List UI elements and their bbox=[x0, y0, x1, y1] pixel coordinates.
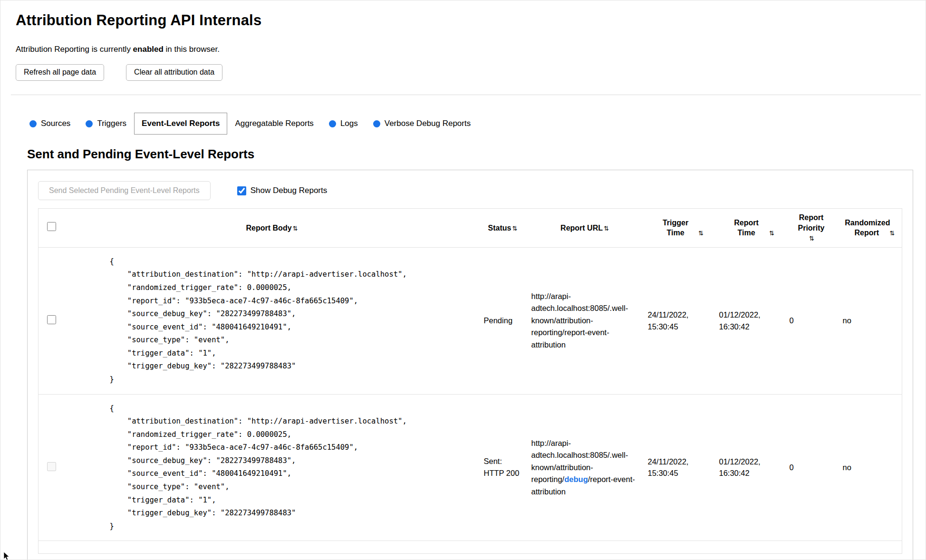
divider bbox=[11, 95, 921, 95]
data-present-dot-icon bbox=[86, 120, 93, 127]
page-title: Attribution Reporting API Internals bbox=[16, 12, 915, 29]
data-present-dot-icon bbox=[329, 120, 336, 127]
table-body: { "attribution_destination": "http://ara… bbox=[39, 247, 902, 554]
report-body-cell: { "attribution_destination": "http://ara… bbox=[65, 394, 479, 541]
status-text-prefix: Attribution Reporting is currently bbox=[16, 45, 133, 54]
report-priority-cell: 0 bbox=[785, 394, 838, 541]
tab-sources[interactable]: Sources bbox=[27, 113, 78, 135]
trigger-time-cell: 24/11/2022, 15:30:45 bbox=[643, 394, 714, 541]
trigger-time-cell: 24/11/2022, 15:30:45 bbox=[643, 247, 714, 394]
column-header-label: Report URL bbox=[560, 224, 603, 232]
sort-icon: ⇅ bbox=[698, 230, 704, 237]
refresh-all-page-data-button[interactable]: Refresh all page data bbox=[16, 64, 104, 81]
tab-aggregatable-reports[interactable]: Aggregatable Reports bbox=[227, 113, 321, 135]
column-header-label: Trigger Time bbox=[654, 218, 697, 238]
randomized-report-cell: no bbox=[838, 394, 902, 541]
column-header-label: Report Time bbox=[724, 218, 768, 238]
status-enabled-emphasis: enabled bbox=[133, 45, 164, 54]
sort-icon: ⇅ bbox=[293, 225, 298, 232]
row-select-cell bbox=[39, 394, 65, 541]
report-body-json: { "attribution_destination": "http://ara… bbox=[110, 402, 474, 533]
report-body-json: { "attribution_destination": "http://ara… bbox=[110, 255, 474, 386]
column-header-label: Report Priority bbox=[790, 212, 833, 233]
clear-all-attribution-data-button[interactable]: Clear all attribution data bbox=[126, 64, 222, 81]
row-select-cell bbox=[39, 247, 65, 394]
show-debug-reports-control: Show Debug Reports bbox=[237, 186, 328, 195]
tab-label: Event-Level Reports bbox=[142, 119, 220, 128]
column-header-report-priority[interactable]: Report Priority⇅ bbox=[785, 209, 838, 248]
report-url-text: http://arapi-adtech.localhost:8085/.well… bbox=[531, 292, 628, 349]
report-url-debug-segment: debug bbox=[564, 475, 588, 483]
tab-strip: Sources Triggers Event-Level Reports Agg… bbox=[27, 113, 913, 135]
tab-label: Logs bbox=[340, 119, 358, 128]
tab-logs[interactable]: Logs bbox=[321, 113, 366, 135]
report-body-cell: { "attribution_destination": "http://ara… bbox=[65, 247, 479, 394]
main-content: Sources Triggers Event-Level Reports Agg… bbox=[16, 113, 915, 560]
table-row-sent-debug-report: { "attribution_destination": "http://ara… bbox=[39, 394, 902, 541]
column-header-select-all bbox=[39, 209, 65, 248]
table-header: Report Body⇅ Status⇅ Report URL⇅ Trigger… bbox=[39, 209, 902, 248]
sort-icon: ⇅ bbox=[809, 235, 814, 242]
tab-label: Verbose Debug Reports bbox=[385, 119, 471, 128]
reports-toolbar: Send Selected Pending Event-Level Report… bbox=[38, 181, 902, 200]
table-header-row: Report Body⇅ Status⇅ Report URL⇅ Trigger… bbox=[39, 209, 902, 248]
status-cell: Sent: HTTP 200 bbox=[479, 394, 527, 541]
column-header-label: Randomized Report bbox=[845, 218, 888, 238]
page-container: Attribution Reporting API Internals Attr… bbox=[0, 0, 926, 560]
top-button-row: Refresh all page data Clear all attribut… bbox=[16, 64, 915, 81]
report-url-cell: http://arapi-adtech.localhost:8085/.well… bbox=[527, 394, 643, 541]
page-root: { "page": { "title": "Attribution Report… bbox=[0, 0, 926, 560]
column-header-randomized-report[interactable]: Randomized Report⇅ bbox=[838, 209, 902, 248]
column-header-label: Status bbox=[488, 224, 511, 232]
mouse-cursor-icon bbox=[3, 552, 10, 560]
data-present-dot-icon bbox=[29, 120, 37, 127]
report-time-cell: 01/12/2022, 16:30:42 bbox=[714, 394, 785, 541]
report-priority-cell: 0 bbox=[785, 247, 838, 394]
empty-footer-cell bbox=[39, 541, 902, 554]
table-footer-empty-row bbox=[39, 541, 902, 554]
status-text-suffix: in this browser. bbox=[164, 45, 220, 54]
tab-label: Aggregatable Reports bbox=[235, 119, 313, 128]
tab-label: Triggers bbox=[97, 119, 126, 128]
tab-label: Sources bbox=[41, 119, 70, 128]
tab-event-level-reports[interactable]: Event-Level Reports bbox=[134, 113, 227, 135]
event-level-reports-table: Report Body⇅ Status⇅ Report URL⇅ Trigger… bbox=[38, 208, 902, 554]
column-header-report-body[interactable]: Report Body⇅ bbox=[65, 209, 479, 248]
sort-icon: ⇅ bbox=[512, 225, 518, 232]
sort-icon: ⇅ bbox=[604, 225, 609, 232]
row-select-checkbox[interactable] bbox=[47, 315, 56, 324]
reports-panel: Send Selected Pending Event-Level Report… bbox=[27, 170, 913, 560]
column-header-trigger-time[interactable]: Trigger Time⇅ bbox=[643, 209, 714, 248]
show-debug-reports-label: Show Debug Reports bbox=[251, 186, 328, 195]
tab-verbose-debug-reports[interactable]: Verbose Debug Reports bbox=[366, 113, 478, 135]
randomized-report-cell: no bbox=[838, 247, 902, 394]
table-row-pending-report: { "attribution_destination": "http://ara… bbox=[39, 247, 902, 394]
data-present-dot-icon bbox=[373, 120, 380, 127]
status-cell: Pending bbox=[479, 247, 527, 394]
report-url-cell: http://arapi-adtech.localhost:8085/.well… bbox=[527, 247, 643, 394]
report-time-cell: 01/12/2022, 16:30:42 bbox=[714, 247, 785, 394]
sort-icon: ⇅ bbox=[889, 230, 895, 237]
section-heading: Sent and Pending Event-Level Reports bbox=[27, 147, 913, 162]
sort-icon: ⇅ bbox=[769, 230, 774, 237]
select-all-checkbox[interactable] bbox=[47, 222, 56, 231]
column-header-label: Report Body bbox=[246, 224, 292, 232]
status-text: Attribution Reporting is currently enabl… bbox=[16, 45, 915, 54]
column-header-status[interactable]: Status⇅ bbox=[479, 209, 527, 248]
column-header-report-time[interactable]: Report Time⇅ bbox=[714, 209, 785, 248]
tab-triggers[interactable]: Triggers bbox=[78, 113, 134, 135]
column-header-report-url[interactable]: Report URL⇅ bbox=[527, 209, 643, 248]
send-selected-pending-reports-button[interactable]: Send Selected Pending Event-Level Report… bbox=[38, 181, 211, 200]
show-debug-reports-checkbox[interactable] bbox=[237, 186, 246, 195]
row-select-checkbox-disabled[interactable] bbox=[47, 462, 56, 471]
